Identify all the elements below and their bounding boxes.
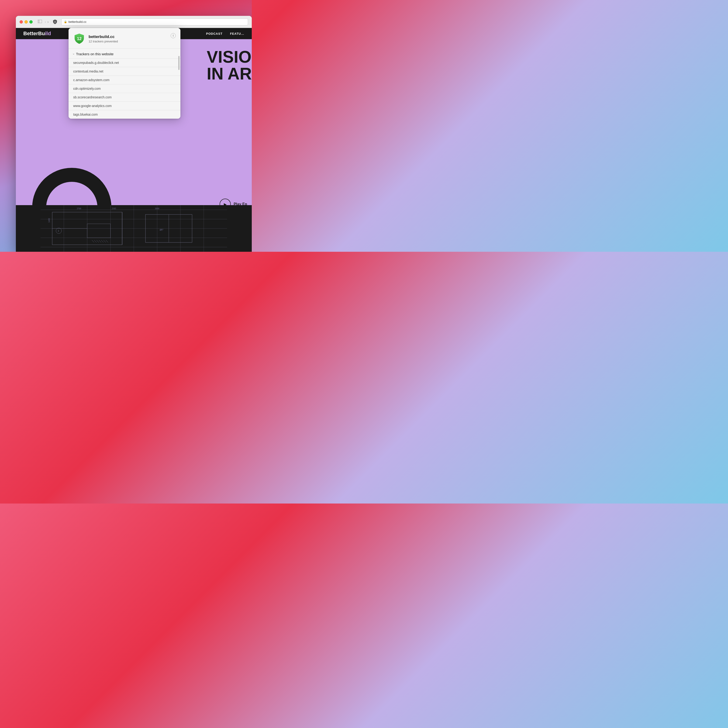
svg-line-31 [99,240,101,242]
hero-text: VISIO IN AR [207,49,252,82]
hero-line-2: IN AR [207,65,252,82]
sidebar-icon [38,20,42,23]
shield-nav-icon [53,19,57,24]
shield-badge: 12 [73,33,85,45]
site-logo: BetterBuild [23,31,51,37]
blueprint-svg: 3700 2585 3000 1400 4M² 3 [16,205,252,252]
nav-podcast[interactable]: PODCAST [206,32,223,35]
tracker-item: www.google-analytics.com [69,101,180,110]
minimize-button[interactable] [24,20,28,23]
nav-buttons: ‹ › [45,20,49,24]
svg-line-28 [92,240,94,242]
maximize-button[interactable] [29,20,33,23]
section-title: Trackers on this website [76,52,113,56]
traffic-lights [20,20,33,23]
site-domain: betterbuild.cc [89,35,167,39]
svg-line-34 [106,240,108,242]
shield-badge-svg: 12 [73,33,85,45]
trackers-section-header[interactable]: › Trackers on this website [69,49,180,58]
forward-button[interactable]: › [47,20,49,24]
lock-icon: 🔒 [64,20,67,23]
tracker-item: securepubads.g.doubleclick.net [69,58,180,67]
tracker-item: cdn.optimizely.com [69,84,180,93]
blueprint-section: 3700 2585 3000 1400 4M² 3 [16,205,252,252]
tracker-item: sb.scorecardresearch.com [69,93,180,101]
browser-window: ‹ › 🔒 betterbuild.cc BetterBuild [16,16,252,252]
popup-body: › Trackers on this website securepubads.… [69,49,180,119]
back-button[interactable]: ‹ [45,20,46,24]
url-text: betterbuild.cc [69,20,87,23]
privacy-shield-button[interactable] [52,18,58,25]
logo-text-white: BetterBu [23,31,45,37]
nav-features[interactable]: FEATU… [230,32,244,35]
svg-text:3: 3 [58,230,59,232]
address-bar[interactable]: 🔒 betterbuild.cc [61,18,248,25]
chevron-down-icon: › [72,54,75,55]
svg-line-32 [101,240,104,242]
popup-arrow [122,28,127,28]
info-button[interactable]: i [171,33,176,38]
tracker-list: securepubads.g.doubleclick.net contextua… [69,58,180,119]
svg-text:1400: 1400 [48,218,50,223]
tracker-item: contextual.media.net [69,67,180,75]
site-nav-links: PODCAST FEATU… [206,32,244,35]
svg-text:12: 12 [77,37,82,41]
svg-rect-0 [38,20,42,23]
popup-header: 12 betterbuild.cc 12 trackers prevented … [69,28,180,49]
svg-text:4M²: 4M² [159,229,164,231]
logo-text-purple: ild [45,31,51,37]
trackers-prevented-text: 12 trackers prevented [89,40,167,43]
privacy-popup: 12 betterbuild.cc 12 trackers prevented … [69,28,180,119]
svg-text:3000: 3000 [155,208,159,210]
scrollbar[interactable] [178,56,179,70]
site-info: betterbuild.cc 12 trackers prevented [89,35,167,43]
svg-line-29 [94,240,96,242]
svg-text:3700: 3700 [77,208,81,210]
svg-line-33 [104,240,106,242]
svg-line-30 [96,240,99,242]
tracker-item: c.amazon-adsystem.com [69,75,180,84]
close-button[interactable] [20,20,23,23]
sidebar-toggle-button[interactable] [38,20,42,24]
hero-line-1: VISIO [207,49,252,65]
svg-rect-16 [87,224,110,238]
svg-text:2585: 2585 [112,208,116,210]
title-bar: ‹ › 🔒 betterbuild.cc [16,16,252,28]
desktop-background: ‹ › 🔒 betterbuild.cc BetterBuild [0,0,252,252]
tracker-item: tags.bluekai.com [69,110,180,119]
